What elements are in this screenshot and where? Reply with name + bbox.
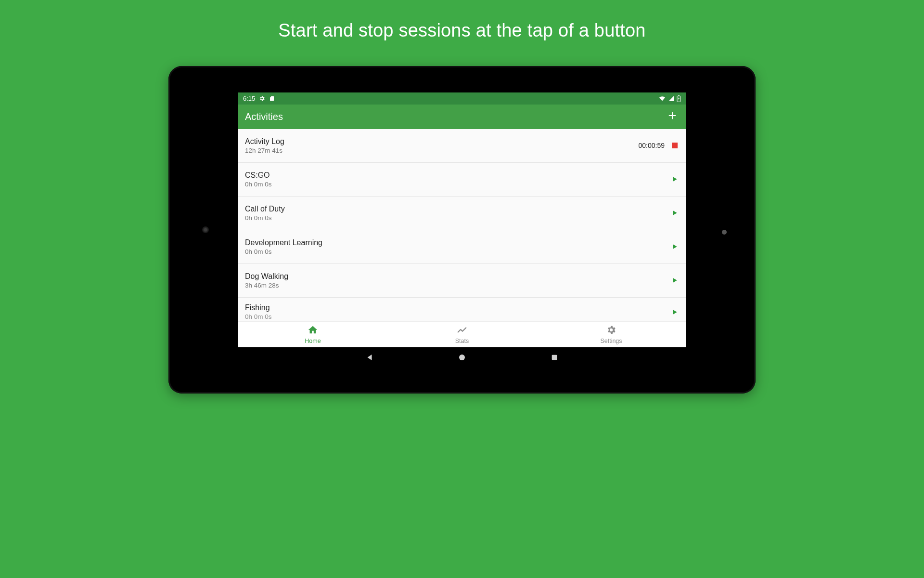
promo-headline: Start and stop sessions at the tap of a …	[278, 20, 645, 41]
system-home-button[interactable]	[457, 352, 467, 363]
app-bar-title: Activities	[245, 111, 283, 122]
device-screen: 6:15 Activit	[238, 92, 686, 367]
play-icon	[671, 308, 678, 316]
activity-name: Development Learning	[245, 238, 322, 247]
nav-home[interactable]: Home	[238, 322, 387, 348]
activity-info: CS:GO0h 0m 0s	[245, 171, 272, 188]
nav-settings-label: Settings	[600, 338, 622, 344]
play-icon	[671, 243, 678, 250]
nav-settings[interactable]: Settings	[537, 322, 686, 348]
home-icon	[308, 325, 318, 337]
tablet-frame: 6:15 Activit	[168, 66, 756, 394]
stop-session-button[interactable]	[670, 141, 679, 150]
activity-name: CS:GO	[245, 171, 272, 180]
activity-name: Call of Duty	[245, 205, 285, 213]
activity-row[interactable]: Call of Duty0h 0m 0s	[238, 197, 686, 230]
app-bar: Activities	[238, 105, 686, 129]
activity-total-duration: 0h 0m 0s	[245, 181, 272, 188]
start-session-button[interactable]	[670, 242, 679, 251]
activity-name: Dog Walking	[245, 272, 288, 281]
cell-signal-icon	[668, 95, 675, 102]
svg-rect-1	[678, 95, 680, 96]
activity-name: Activity Log	[245, 137, 284, 146]
activity-info: Call of Duty0h 0m 0s	[245, 205, 285, 222]
nav-stats[interactable]: Stats	[387, 322, 537, 348]
stop-icon	[672, 143, 678, 148]
battery-icon	[677, 95, 681, 102]
activity-name: Fishing	[245, 303, 272, 312]
start-session-button[interactable]	[670, 209, 679, 217]
gear-icon	[606, 325, 616, 337]
activity-info: Dog Walking3h 46m 28s	[245, 272, 288, 289]
gear-icon	[259, 95, 265, 102]
android-status-bar: 6:15	[238, 92, 686, 105]
activity-info: Activity Log12h 27m 41s	[245, 137, 284, 154]
activity-info: Fishing0h 0m 0s	[245, 303, 272, 320]
add-activity-button[interactable]	[666, 110, 679, 124]
svg-rect-3	[552, 355, 557, 360]
activity-elapsed-timer: 00:00:59	[639, 142, 665, 149]
start-session-button[interactable]	[670, 276, 679, 285]
activity-total-duration: 0h 0m 0s	[245, 214, 285, 222]
activity-row[interactable]: CS:GO0h 0m 0s	[238, 163, 686, 197]
tablet-led	[722, 230, 727, 235]
activity-total-duration: 3h 46m 28s	[245, 282, 288, 289]
activity-row[interactable]: Activity Log12h 27m 41s00:00:59	[238, 129, 686, 163]
activity-total-duration: 0h 0m 0s	[245, 248, 322, 255]
activity-info: Development Learning0h 0m 0s	[245, 238, 322, 255]
svg-point-2	[459, 355, 465, 360]
chart-line-icon	[457, 325, 467, 337]
start-session-button[interactable]	[670, 308, 679, 316]
play-icon	[671, 276, 678, 284]
play-icon	[671, 209, 678, 217]
activity-total-duration: 12h 27m 41s	[245, 147, 284, 154]
activity-row[interactable]: Dog Walking3h 46m 28s	[238, 264, 686, 298]
wifi-icon	[658, 95, 666, 102]
start-session-button[interactable]	[670, 175, 679, 184]
plus-icon	[667, 110, 678, 123]
nav-stats-label: Stats	[455, 338, 469, 344]
system-recents-button[interactable]	[549, 352, 560, 363]
activity-total-duration: 0h 0m 0s	[245, 313, 272, 320]
activity-row[interactable]: Fishing0h 0m 0s	[238, 298, 686, 321]
status-time: 6:15	[243, 95, 255, 102]
android-system-nav	[238, 347, 686, 367]
tablet-camera	[202, 226, 209, 233]
nav-home-label: Home	[305, 338, 321, 344]
activity-row[interactable]: Development Learning0h 0m 0s	[238, 230, 686, 264]
bottom-nav: Home Stats Settings	[238, 321, 686, 348]
sd-card-icon	[269, 95, 275, 102]
system-back-button[interactable]	[364, 352, 375, 363]
activity-list[interactable]: Activity Log12h 27m 41s00:00:59CS:GO0h 0…	[238, 129, 686, 321]
play-icon	[671, 175, 678, 183]
